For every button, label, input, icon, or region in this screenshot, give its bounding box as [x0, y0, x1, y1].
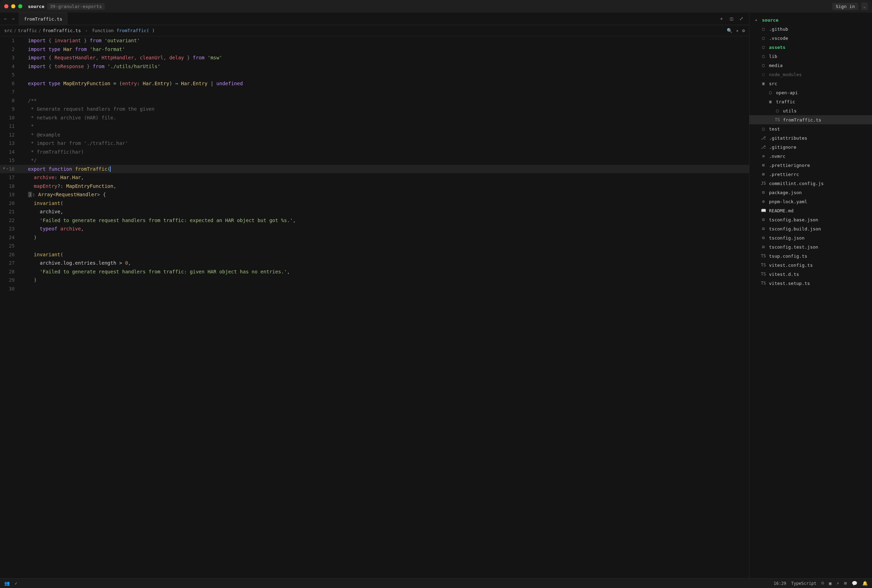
- account-menu-chevron[interactable]: ⌄: [861, 3, 868, 10]
- settings-sliders-icon[interactable]: ⚙: [742, 28, 745, 33]
- fold-chevron-icon[interactable]: ⌄: [6, 165, 8, 171]
- git-branch-icon: ⎇: [761, 144, 766, 150]
- tree-item[interactable]: ▢open-api: [749, 88, 872, 97]
- copilot-icon[interactable]: ☺: [821, 580, 824, 586]
- breadcrumb-segment[interactable]: src: [4, 28, 12, 33]
- terminal-icon[interactable]: ▣: [829, 580, 832, 586]
- json-file-icon: ⊟: [761, 244, 766, 249]
- folder-icon: ▢: [774, 108, 780, 113]
- chat-icon[interactable]: 💬: [852, 580, 857, 586]
- tree-item-active[interactable]: TSfromTraffic.ts: [749, 115, 872, 124]
- folder-icon: ▢: [761, 126, 766, 131]
- language-mode[interactable]: TypeScript: [791, 581, 816, 586]
- tree-item[interactable]: ⊟tsconfig.test.json: [749, 242, 872, 251]
- ai-assist-icon[interactable]: ✦: [736, 28, 738, 33]
- tree-item[interactable]: TSvitest.setup.ts: [749, 279, 872, 288]
- window-maximize-button[interactable]: [18, 4, 23, 8]
- json-file-icon: ⊟: [761, 190, 766, 195]
- tree-item[interactable]: ▣traffic: [749, 97, 872, 106]
- typescript-file-icon: TS: [761, 254, 766, 258]
- tree-item[interactable]: TSvitest.d.ts: [749, 270, 872, 279]
- expand-button[interactable]: ⤢: [737, 14, 746, 23]
- tree-item[interactable]: JScommitlint.config.js: [749, 179, 872, 188]
- lock-file-icon: ⚙: [761, 199, 766, 204]
- search-icon[interactable]: 🔍: [727, 28, 732, 33]
- folder-icon: ▢: [761, 27, 766, 32]
- json-file-icon: ⊟: [761, 226, 766, 231]
- folder-open-icon: ▸: [753, 18, 759, 22]
- tree-item[interactable]: ▢test: [749, 124, 872, 134]
- breadcrumb-bar: src/traffic/fromTraffic.ts › function fr…: [0, 25, 749, 36]
- breadcrumb-kind: function: [92, 28, 114, 33]
- tree-item[interactable]: ▢utils: [749, 106, 872, 115]
- tree-item[interactable]: ▢assets: [749, 43, 872, 52]
- window-close-button[interactable]: [4, 4, 8, 8]
- tree-item[interactable]: ▢media: [749, 61, 872, 70]
- tree-item[interactable]: ≡.nvmrc: [749, 152, 872, 160]
- git-branch-icon: ⎇: [761, 135, 766, 140]
- checkmark-icon[interactable]: ✓: [15, 580, 18, 586]
- line-number: 1: [0, 36, 20, 45]
- sign-in-button[interactable]: Sign in: [832, 3, 858, 10]
- json-file-icon: ⊟: [761, 236, 766, 240]
- tree-item[interactable]: ▢node_modules: [749, 70, 872, 79]
- tree-item[interactable]: ▣src: [749, 79, 872, 88]
- tree-item[interactable]: ⎇.gitignore: [749, 142, 872, 152]
- new-tab-button[interactable]: ＋: [717, 14, 726, 23]
- tree-item[interactable]: ⊟tsconfig.build.json: [749, 224, 872, 233]
- file-tab[interactable]: fromTraffic.ts: [19, 13, 68, 25]
- tree-item[interactable]: ⊟tsconfig.json: [749, 233, 872, 242]
- tree-item[interactable]: ⎇.gitattributes: [749, 134, 872, 142]
- folder-open-icon: ▣: [761, 81, 766, 86]
- tree-item[interactable]: 📖README.md: [749, 206, 872, 215]
- tree-item[interactable]: ▢.github: [749, 24, 872, 33]
- breadcrumb-segment[interactable]: fromTraffic.ts: [43, 28, 81, 33]
- layout-icon[interactable]: ⊞: [844, 580, 847, 586]
- breadcrumb-symbol[interactable]: fromTraffic( ): [116, 28, 155, 33]
- text-cursor: [110, 166, 111, 172]
- typescript-file-icon: TS: [774, 117, 780, 122]
- code-editor[interactable]: 1import { invariant } from 'outvariant' …: [0, 36, 749, 578]
- folder-icon: ▢: [761, 63, 766, 68]
- bell-icon[interactable]: 🔔: [862, 580, 868, 586]
- branch-name[interactable]: 39-granular-exports: [47, 3, 105, 10]
- folder-icon: ▢: [768, 90, 773, 95]
- status-bar: 👥 ✓ 16:29 TypeScript ☺ ▣ ⚡ ⊞ 💬 🔔: [0, 578, 872, 588]
- tree-item[interactable]: ⊞.prettierignore: [749, 160, 872, 170]
- tree-item[interactable]: ▢lib: [749, 52, 872, 61]
- folder-icon: ▢: [761, 36, 766, 40]
- bolt-icon[interactable]: ⚡: [3, 165, 5, 172]
- folder-icon: ▢: [761, 54, 766, 58]
- tree-item[interactable]: ▢.vscode: [749, 33, 872, 43]
- markdown-file-icon: 📖: [761, 208, 766, 213]
- window-minimize-button[interactable]: [11, 4, 15, 8]
- split-editor-button[interactable]: ◫: [728, 14, 735, 23]
- file-explorer[interactable]: ▸source ▢.github ▢.vscode ▢assets ▢lib ▢…: [749, 13, 872, 578]
- tree-root[interactable]: ▸source: [749, 15, 872, 24]
- typescript-file-icon: TS: [761, 281, 766, 286]
- breadcrumb[interactable]: src/traffic/fromTraffic.ts › function fr…: [4, 28, 155, 33]
- tree-item[interactable]: ⊟tsconfig.base.json: [749, 215, 872, 224]
- tree-item[interactable]: ⚙pnpm-lock.yaml: [749, 197, 872, 206]
- titlebar: source 39-granular-exports Sign in ⌄: [0, 0, 872, 13]
- breadcrumb-segment[interactable]: traffic: [18, 28, 37, 33]
- tab-filename: fromTraffic.ts: [24, 16, 63, 22]
- tree-item[interactable]: TSvitest.config.ts: [749, 261, 872, 270]
- js-file-icon: JS: [761, 181, 766, 186]
- app-name: source: [28, 4, 44, 9]
- config-file-icon: ⊞: [761, 172, 766, 177]
- diagnostics-icon[interactable]: ⚡: [836, 580, 839, 586]
- folder-open-icon: ▣: [768, 99, 773, 104]
- cursor-position[interactable]: 16:29: [773, 581, 786, 586]
- folder-open-icon: ▢: [761, 45, 766, 50]
- tab-bar: ← → fromTraffic.ts ＋ ◫ ⤢: [0, 13, 749, 25]
- tree-item[interactable]: TStsup.config.ts: [749, 251, 872, 261]
- nav-back-button[interactable]: ←: [2, 15, 9, 23]
- nav-forward-button[interactable]: →: [10, 15, 17, 23]
- tree-item[interactable]: ⊞.prettierrc: [749, 170, 872, 179]
- collab-icon[interactable]: 👥: [4, 580, 10, 586]
- folder-icon: ▢: [761, 72, 766, 77]
- typescript-file-icon: TS: [761, 262, 766, 267]
- tree-item[interactable]: ⊟package.json: [749, 188, 872, 197]
- json-file-icon: ⊟: [761, 217, 766, 222]
